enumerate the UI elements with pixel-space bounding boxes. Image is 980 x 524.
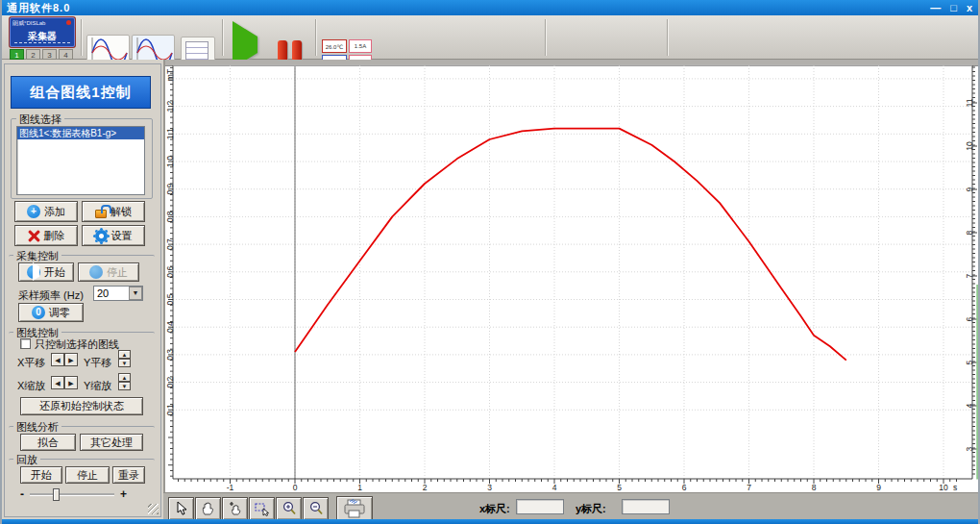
maximize-button[interactable]: □ [950,1,957,14]
print-button[interactable] [336,496,373,521]
left-axis-tick-label: 0.3 [165,349,175,361]
settings-button[interactable]: 设置 [82,225,145,246]
slider-thumb[interactable] [53,488,60,501]
x-axis-unit: s [953,483,957,492]
zoom-in-icon [282,501,297,516]
x-ruler-input[interactable] [516,499,564,514]
zero-label: 调零 [49,306,70,320]
right-arrow-icon[interactable]: ▶ [64,376,78,389]
up-arrow-icon[interactable]: ▲ [118,373,131,382]
acquisition-label: 采集控制 [13,249,61,263]
datalogger-device-button[interactable]: 朗威°DISLab 采集器 1 2 3 4 [10,17,75,60]
drag-pan-tool-button[interactable] [222,497,248,520]
acq-stop-label: 停止 [107,265,128,280]
channel-2-indicator[interactable]: 2 [26,49,40,60]
rerecord-button[interactable]: 重录 [112,466,145,484]
playback-speed-slider[interactable]: - + [20,487,127,501]
slider-track[interactable] [30,493,114,496]
graph-select-group: 图线选择 图线1<:数据表格B1-g> [11,118,153,199]
sample-rate-combobox[interactable]: 20 ▼ [93,286,143,301]
chart-area[interactable]: 0.10.20.30.40.50.60.70.80.91.01.11.2mT-1… [165,60,980,492]
chart-top-splitter [165,60,980,65]
down-arrow-icon[interactable]: ▼ [118,382,131,390]
channel-3-indicator[interactable]: 3 [42,49,57,60]
analysis-label: 图线分析 [13,420,61,435]
x-axis-tick-label: -1 [227,483,234,492]
left-arrow-icon[interactable]: ◀ [51,353,64,366]
close-button[interactable]: x [967,1,972,14]
up-arrow-icon[interactable]: ▲ [118,350,131,359]
left-axis-tick-label: 0.2 [165,376,175,387]
acq-start-label: 开始 [44,265,65,280]
sample-rate-value: 20 [94,287,129,299]
right-axis-tick-label: 11 [965,98,974,107]
list-item[interactable]: 图线1<:数据表格B1-g> [17,127,144,139]
minimize-button[interactable]: — [930,1,941,14]
zero-adjust-button[interactable]: 0 调零 [18,303,84,322]
right-axis-tick-label: 9 [965,187,974,191]
sample-rate-label: 采样频率 (Hz) [18,288,84,303]
only-selected-checkbox[interactable] [20,338,31,349]
pan-tool-button[interactable] [195,497,221,520]
y-zoom-stepper[interactable]: ▲▼ [118,373,131,390]
left-axis-tick-label: 1.1 [165,128,175,139]
hand-icon [201,501,216,516]
gear-icon [95,230,108,242]
left-arrow-icon[interactable]: ◀ [51,376,64,389]
start-experiment-button[interactable] [233,37,257,54]
x-axis-tick-label: 10 [939,483,948,492]
combined-graph-plot[interactable]: 0.10.20.30.40.50.60.70.80.91.01.11.2mT-1… [165,60,980,492]
x-ruler-label: x标尺: [479,502,510,516]
zoom-rect-tool-button[interactable] [249,497,275,520]
graph-select-label: 图线选择 [16,112,64,127]
unlock-button[interactable]: 解锁 [82,201,145,222]
only-selected-label: 只控制选择的图线 [35,337,119,352]
x-pan-stepper[interactable]: ◀▶ [51,353,78,366]
y-ruler-input[interactable] [622,499,670,514]
delete-graph-button[interactable]: 删除 [14,225,78,246]
playback-label: 回放 [13,453,40,467]
title-bar[interactable]: 通用软件8.0 — □ x [2,0,978,15]
other-processing-label: 其它处理 [90,436,133,450]
playback-stop-label: 停止 [77,468,98,483]
playback-start-label: 开始 [31,468,52,483]
zoom-in-tool-button[interactable] [276,497,302,520]
playback-stop-button[interactable]: 停止 [65,466,110,484]
right-arrow-icon[interactable]: ▶ [64,353,78,366]
x-axis-tick-label: 1 [357,483,362,492]
restore-defaults-button[interactable]: 还原初始控制状态 [20,397,143,415]
marquee-zoom-icon [254,501,271,516]
x-axis-tick-label: 3 [487,483,492,492]
delete-label: 删除 [44,229,65,243]
acq-start-button[interactable]: 开始 [18,262,74,282]
zoom-out-tool-button[interactable] [303,497,329,520]
pointer-tool-button[interactable] [168,497,194,520]
lock-icon [95,210,107,218]
right-axis-tick-label: 10 [965,141,974,151]
down-arrow-icon[interactable]: ▼ [118,359,131,367]
channel-1-indicator[interactable]: 1 [10,49,24,60]
restore-label: 还原初始控制状态 [39,399,124,413]
add-graph-button[interactable]: + 添加 [14,201,78,222]
left-axis-tick-label: 0.9 [165,184,175,195]
playback-start-button[interactable]: 开始 [20,466,62,484]
acq-stop-button[interactable]: 停止 [78,262,139,282]
x-axis-tick-label: 4 [552,483,557,492]
left-axis-tick-label: 0.6 [165,266,175,278]
right-axis-tick-label: 5 [965,360,974,364]
toolbar-divider [667,19,669,56]
y-pan-stepper[interactable]: ▲▼ [118,350,131,367]
channel-4-indicator[interactable]: 4 [59,49,73,60]
combo-dropdown-icon[interactable]: ▼ [129,287,142,300]
right-axis-tick-label: 4 [965,403,974,408]
toolbar-divider [545,19,547,56]
other-processing-button[interactable]: 其它处理 [80,434,143,451]
settings-label: 设置 [111,229,133,243]
graph-listbox[interactable]: 图线1<:数据表格B1-g> [16,126,145,195]
fit-button[interactable]: 拟合 [20,434,76,451]
left-axis-tick-label: 1.0 [165,156,175,167]
x-zoom-stepper[interactable]: ◀▶ [51,376,78,389]
graph-control-panel: 组合图线1控制 图线选择 图线1<:数据表格B1-g> + 添加 解锁 删除 [4,63,161,517]
temperature-meter: 26.0℃ [322,39,347,53]
resize-grip[interactable] [148,504,159,514]
